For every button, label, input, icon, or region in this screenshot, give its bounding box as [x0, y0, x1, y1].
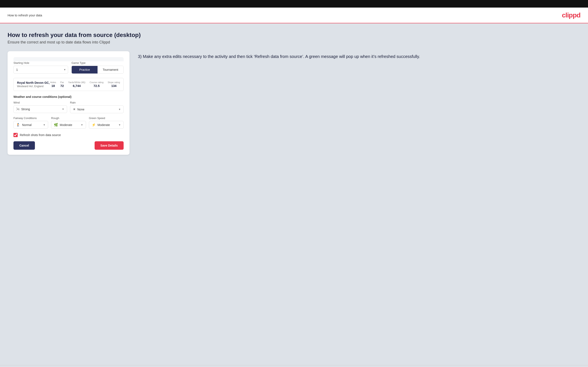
wind-arrow-icon: ▼ [62, 108, 64, 111]
top-partial-strip [13, 57, 124, 61]
wind-label: Wind [13, 101, 67, 104]
tournament-button[interactable]: Tournament [97, 66, 123, 74]
button-row: Cancel Save Details [13, 141, 124, 150]
green-speed-value: Moderate [97, 123, 117, 127]
course-rating-value: 72.5 [94, 84, 100, 88]
par-label: Par [60, 81, 64, 83]
starting-hole-label: Starting Hole [13, 61, 68, 65]
save-button[interactable]: Save Details [95, 141, 124, 150]
green-speed-select[interactable]: ⚡ Moderate ▼ [89, 121, 124, 129]
wind-select[interactable]: 🌬 Strong ▼ [13, 105, 67, 113]
par-stat: Par 72 [60, 81, 64, 88]
wind-field: Wind 🌬 Strong ▼ [13, 101, 67, 113]
rough-icon: 🌿 [54, 123, 58, 127]
fairway-field: Fairway Conditions 🏌 Normal ▼ [13, 117, 48, 129]
course-rating-stat: Course rating 72.5 [90, 81, 104, 88]
course-name-location: Royal North Devon GC, Westward Ho!, Engl… [17, 81, 50, 88]
green-speed-arrow-icon: ▼ [118, 124, 121, 126]
slope-rating-stat: Slope rating 134 [108, 81, 120, 88]
rough-value: Moderate [60, 123, 79, 127]
rain-value: None [77, 108, 117, 111]
green-speed-field: Green Speed ⚡ Moderate ▼ [89, 117, 124, 129]
refresh-checkbox[interactable] [13, 133, 18, 137]
yards-stat: Yards/White (M)) 6,744 [68, 81, 85, 88]
rough-select[interactable]: 🌿 Moderate ▼ [51, 121, 86, 129]
refresh-checkbox-row: Refresh shots from data source [13, 133, 124, 137]
instructions-panel: 3) Make any extra edits necessary to the… [138, 51, 580, 60]
page-heading: How to refresh your data from source (de… [8, 32, 580, 38]
green-speed-label: Green Speed [89, 117, 124, 120]
rough-arrow-icon: ▼ [81, 124, 83, 126]
game-type-section: Game Type Practice Tournament [71, 61, 124, 74]
par-value: 72 [60, 84, 64, 88]
course-info-box: Royal North Devon GC, Westward Ho!, Engl… [13, 78, 124, 91]
main-content: How to refresh your data from source (de… [0, 23, 588, 365]
game-type-toggle: Practice Tournament [71, 66, 124, 74]
course-stats: Holes 18 Par 72 Yards/White (M)) 6,744 C… [50, 81, 120, 88]
yards-label: Yards/White (M)) [68, 81, 85, 83]
wind-icon: 🌬 [16, 107, 19, 111]
fairway-icon: 🏌 [16, 123, 20, 127]
practice-button[interactable]: Practice [72, 66, 97, 74]
starting-hole-wrapper: 1 10 ▼ [13, 66, 68, 74]
course-location: Westward Ho!, England [17, 85, 50, 88]
page-subheading: Ensure the correct and most up to date d… [8, 40, 580, 44]
fairway-select[interactable]: 🏌 Normal ▼ [13, 121, 48, 129]
green-speed-icon: ⚡ [92, 123, 96, 127]
rain-arrow-icon: ▼ [118, 108, 121, 111]
rain-label: Rain [70, 101, 124, 104]
starting-hole-select[interactable]: 1 10 [13, 66, 68, 74]
holes-stat: Holes 18 [50, 81, 56, 88]
fairway-value: Normal [22, 123, 41, 127]
rough-label: Rough [51, 117, 86, 120]
rain-field: Rain ☀ None ▼ [70, 101, 124, 113]
logo: clippd [562, 11, 580, 19]
instructions-text: 3) Make any extra edits necessary to the… [138, 53, 580, 60]
fairway-arrow-icon: ▼ [43, 124, 45, 126]
conditions-title: Weather and course conditions (optional) [13, 95, 124, 99]
slope-rating-value: 134 [111, 84, 116, 88]
top-bar [0, 0, 588, 8]
course-name: Royal North Devon GC, [17, 81, 50, 84]
game-type-label: Game Type [71, 61, 124, 65]
header-title: How to refresh your data [8, 13, 42, 17]
conditions-section: Weather and course conditions (optional)… [13, 95, 124, 129]
top-form-row: Starting Hole 1 10 ▼ Game Type Practice … [13, 61, 124, 74]
yards-value: 6,744 [73, 84, 81, 88]
cancel-button[interactable]: Cancel [13, 141, 35, 150]
course-rating-label: Course rating [90, 81, 104, 83]
footer: Copyright Clippd 2022 [0, 365, 588, 367]
content-area: Starting Hole 1 10 ▼ Game Type Practice … [8, 51, 580, 155]
wind-value: Strong [21, 108, 60, 111]
rain-select[interactable]: ☀ None ▼ [70, 105, 124, 113]
form-card: Starting Hole 1 10 ▼ Game Type Practice … [8, 51, 130, 155]
rain-icon: ☀ [73, 107, 76, 111]
header: How to refresh your data clippd [0, 8, 588, 23]
refresh-checkbox-label: Refresh shots from data source [20, 133, 61, 137]
slope-rating-label: Slope rating [108, 81, 120, 83]
holes-label: Holes [50, 81, 56, 83]
fairway-rough-green-row: Fairway Conditions 🏌 Normal ▼ Rough 🌿 Mo… [13, 117, 124, 129]
wind-rain-row: Wind 🌬 Strong ▼ Rain ☀ None ▼ [13, 101, 124, 113]
rough-field: Rough 🌿 Moderate ▼ [51, 117, 86, 129]
starting-hole-section: Starting Hole 1 10 ▼ [13, 61, 68, 74]
fairway-label: Fairway Conditions [13, 117, 48, 120]
holes-value: 18 [51, 84, 55, 88]
